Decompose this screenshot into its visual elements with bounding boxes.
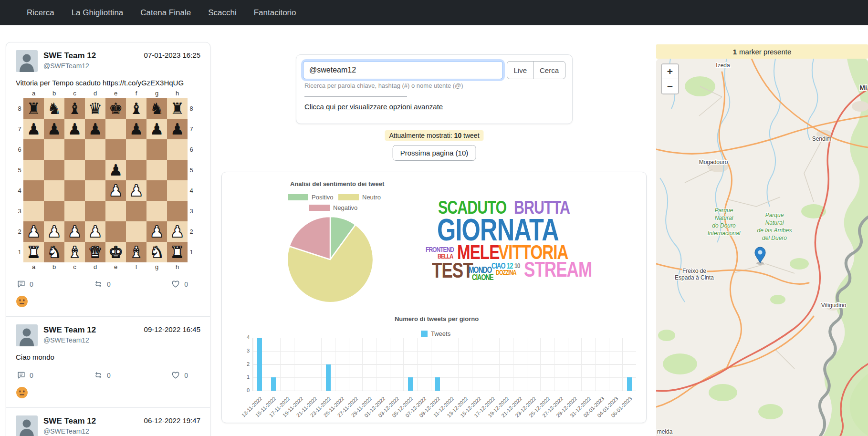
chess-square [146,139,167,160]
chess-square [146,180,167,201]
chess-piece: ♞ [146,98,167,119]
analytics-card: Analisi del sentimento dei tweet Positiv… [221,172,647,423]
map-panel: 1 marker presente + − [656,44,868,436]
y-tick-label: 2 [240,361,250,367]
search-input[interactable] [303,61,503,79]
chess-piece: ♟ [126,180,146,201]
sentiment-chart-title: Analisi del sentimento dei tweet [290,180,384,187]
wordcloud-word: DOZZINA [496,270,516,276]
tweet-handle: @SWETeam12 [43,62,96,70]
chess-piece: ♟ [85,119,105,139]
chess-square [126,160,146,180]
results-count-suffix: tweet [463,132,479,139]
map-canvas[interactable]: + − [656,59,868,436]
wordcloud-word: FRONTEND [426,246,454,253]
chess-piece: ♞ [44,242,64,262]
tweet-card: SWE Team 12 @SWETeam12 09-12-2022 16:45 … [6,316,210,407]
chess-piece: ♟ [146,221,167,242]
next-page-button[interactable]: Prossima pagina (10) [393,145,476,161]
chess-square: ♟ [23,221,44,242]
legend-item-negativo[interactable]: Negativo [309,204,357,211]
legend-item-neutro[interactable]: Neutro [338,194,381,201]
file-label: h [167,262,188,272]
avatar [16,324,38,346]
chess-square [64,160,85,180]
chess-square: ♟ [44,221,64,242]
retweet-button[interactable]: 0 [94,280,111,289]
retweet-icon [94,371,103,380]
bar [408,377,413,391]
chess-square: ♟ [146,221,167,242]
chess-square: ♝ [64,98,85,119]
tweet-handle: @SWETeam12 [43,336,96,344]
chess-piece: ♟ [105,180,126,201]
chess-square [105,139,126,160]
file-label: d [85,89,105,98]
nav-item-la-ghigliottina[interactable]: La Ghigliottina [65,8,130,18]
y-tick-label: 4 [240,334,250,340]
wordcloud-word: 10 [514,262,520,270]
chess-piece: ♜ [167,242,188,262]
tweet-text: Vittoria per Tempo scaduto https://t.co/… [16,79,200,87]
zoom-in-button[interactable]: + [662,64,678,79]
chess-piece: ♛ [85,98,105,119]
chess-square: ♟ [167,119,188,139]
default-avatar-icon [16,415,38,436]
legend-label: Negativo [333,204,357,211]
nav-item-catena-finale[interactable]: Catena Finale [134,8,198,18]
rank-label: 2 [188,221,195,242]
zoom-out-button[interactable]: − [662,79,678,93]
file-label: g [146,262,167,272]
board-corner [188,89,195,98]
bar [627,377,632,391]
wordcloud-word: GIORNATA [437,215,559,245]
search-button[interactable]: Cerca [533,61,565,79]
marker-count-text: marker presente [739,48,791,56]
chess-square: ♟ [146,119,167,139]
rank-label: 8 [188,98,195,119]
chess-square: ♜ [167,98,188,119]
chess-square: ♜ [23,98,44,119]
tweet-list: SWE Team 12 @SWETeam12 07-01-2023 16:25 … [6,42,210,436]
legend-item-positivo[interactable]: Positivo [288,194,334,201]
file-label: c [64,262,85,272]
chess-square: ♛ [85,98,105,119]
like-button[interactable]: 0 [171,280,188,289]
like-button[interactable]: 0 [171,371,188,380]
tweet-timestamp: 07-01-2023 16:25 [144,51,200,59]
nav-item-ricerca[interactable]: Ricerca [20,8,61,18]
chess-piece: ♟ [44,119,64,139]
wordcloud-word: CIAO [492,262,505,270]
reply-button[interactable]: 0 [17,371,33,380]
nav-item-scacchi[interactable]: Scacchi [201,8,243,18]
chess-square [23,201,44,221]
chess-square [146,160,167,180]
retweet-button[interactable]: 0 [94,371,111,380]
live-button[interactable]: Live [507,61,533,79]
bar-chart-legend[interactable]: Tweets [421,330,450,337]
chess-square [85,201,105,221]
file-label: b [44,262,64,272]
map-label: Izeda [716,62,730,69]
heart-icon [171,280,180,289]
reply-button[interactable]: 0 [17,280,33,289]
chess-piece: ♟ [146,119,167,139]
file-label: a [23,89,44,98]
board-corner [16,89,23,98]
chess-square: ♚ [105,98,126,119]
y-tick-label: 0 [240,387,250,393]
chess-piece: ♛ [85,242,105,262]
chess-square: ♛ [85,242,105,262]
rank-label: 6 [16,139,23,160]
legend-swatch [309,205,330,211]
nav-item-fantacitorio[interactable]: Fantacitorio [247,8,303,18]
chess-square [44,201,64,221]
advanced-options-link[interactable]: Clicca qui per visualizzare opzioni avan… [304,103,443,111]
chess-board: abcdefgh8♜♞♝♛♚♝♞♜87♟♟♟♟♟♟♟7665♟54♟♟4332♟… [16,89,200,272]
chess-square [167,160,188,180]
wordcloud-word: BRUTTA [514,198,570,216]
chess-piece: ♜ [167,98,188,119]
chess-square [167,180,188,201]
retweet-icon [94,280,103,289]
wordcloud-word: CIAONE [472,274,493,281]
